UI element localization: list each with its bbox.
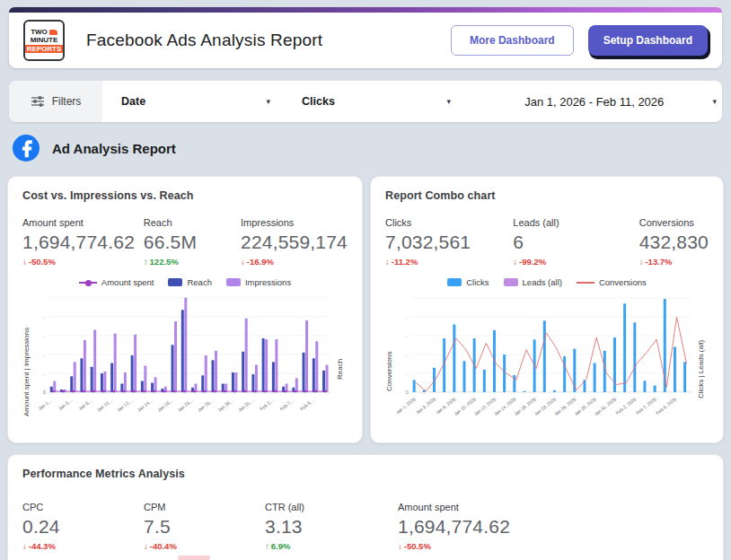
left-axis-title: Amount spent | Impressions [22,291,34,427]
card-title: Cost vs. Impressions vs. Reach [22,189,348,202]
svg-text:…: … [41,334,46,338]
filters-sliders-icon [31,94,45,109]
swatch-icon [226,278,241,286]
page-title: Facebook Ads Analysis Report [86,31,322,50]
grouped-bar-chart: …………0Jan 1,…Jan 3,…Jan 6,…Jan 10,…Jan 12… [34,291,336,427]
kpi-leads: Leads (all) 6 ↓-99.2% [513,217,639,267]
legend-clicks: Clicks [447,277,489,287]
kpi-delta: ↑122.5% [144,257,241,267]
chevron-down-icon: ▾ [266,97,270,106]
legend-reach: Reach [168,277,211,287]
kpi-clicks: Clicks 7,032,561 ↓-11.2% [385,217,513,267]
svg-text:Jan 18,…: Jan 18,… [156,397,175,413]
kpi-delta: ↓-44.3% [22,541,144,551]
right-axis-title: Clicks | Leads (all) [697,291,709,427]
line-marker-icon [79,278,97,286]
svg-text:Jan 3, 2026: Jan 3, 2026 [415,397,437,416]
svg-text:…: … [41,372,46,376]
kpi-delta: ↓-16.9% [241,257,348,267]
svg-text:Feb 2,…: Feb 2,… [259,397,276,412]
svg-text:Jan 1,…: Jan 1,… [37,397,54,411]
kpi-row: Clicks 7,032,561 ↓-11.2% Leads (all) 6 ↓… [385,217,709,267]
svg-text:Feb 7, 2026: Feb 7, 2026 [635,397,657,416]
svg-text:Jan 14,…: Jan 14,… [136,397,154,413]
card-title: Performance Metrics Analysis [22,468,709,480]
chart-area: Conversions …………0Jan 1, 2026Jan 3, 2026J… [385,291,709,427]
logo-line-1: TWO [31,28,48,36]
swatch-icon [447,278,462,286]
svg-text:…: … [41,315,46,319]
legend-amount-spent: Amount spent [79,277,154,287]
kpi-conversions: Conversions 432,830 ↓-13.7% [639,217,709,267]
header-card: TWO MINUTE REPORTS Facebook Ads Analysis… [9,7,722,68]
legend-conversions: Conversions [577,277,647,287]
kpi-delta: ↓-50.5% [22,257,144,267]
svg-text:…: … [41,353,46,357]
left-axis-title: Conversions [385,291,397,427]
chart-legend: Amount spent Reach Impressions [22,277,348,287]
logo-line-3: REPORTS [25,45,64,53]
filters-button[interactable]: Filters [9,81,102,122]
svg-text:Feb 7,…: Feb 7,… [278,397,295,412]
card-title: Report Combo chart [385,189,709,202]
kpi-delta: ↓-11.2% [385,257,513,267]
dimension-select-date[interactable]: Date ▾ [121,81,270,122]
svg-text:0: 0 [406,389,409,395]
legend-leads: Leads (all) [504,277,562,287]
more-dashboard-button[interactable]: More Dashboard [451,25,574,56]
kpi-impressions: Impressions 224,559,174 ↓-16.9% [241,217,348,267]
filters-label: Filters [52,95,82,108]
facebook-icon [13,135,40,162]
swatch-icon [504,278,518,286]
arrow-down-icon: ↓ [639,257,644,267]
kpi-row: Amount spent 1,694,774.62 ↓-50.5% Reach … [22,217,348,267]
kpi-amount-spent: Amount spent 1,694,774.62 ↓-50.5% [22,217,144,267]
arrow-down-icon: ↓ [144,541,148,551]
kpi-amount-spent: Amount spent 1,694,774.62 ↓-50.5% [398,502,510,551]
legend-impressions: Impressions [226,277,291,287]
kpi-delta: ↓-13.7% [639,257,709,267]
svg-text:…: … [404,372,409,376]
section-heading: Ad Analysis Report [13,135,176,162]
cost-impressions-reach-card: Cost vs. Impressions vs. Reach Amount sp… [7,176,363,443]
chart-legend: Clicks Leads (all) Conversions [385,277,709,287]
combo-bar-line-chart: …………0Jan 1, 2026Jan 3, 2026Jan 6, 2026Ja… [397,291,697,427]
svg-text:Jan 6,…: Jan 6,… [77,397,94,411]
svg-text:Feb 2, 2026: Feb 2, 2026 [615,397,638,416]
kpi-reach: Reach 66.5M ↑122.5% [144,217,241,267]
svg-text:Jan 26,…: Jan 26,… [197,397,216,413]
section-title: Ad Analysis Report [52,141,176,156]
kpi-delta: ↓-99.2% [513,257,639,267]
arrow-down-icon: ↓ [398,541,402,551]
kpi-delta: ↑6.9% [265,541,398,551]
kpi-delta: ↓-50.5% [398,541,510,551]
right-axis-title: Reach [336,291,348,427]
svg-text:Jan 28,…: Jan 28,… [216,397,235,413]
date-range-select[interactable]: Jan 1, 2026 - Feb 11, 2026 ▾ [476,81,717,122]
arrow-up-icon: ↑ [265,541,269,551]
arrow-down-icon: ↓ [513,257,517,267]
arrow-down-icon: ↓ [22,541,27,551]
arrow-down-icon: ↓ [241,257,245,267]
logo-line-2: MINUTE [31,36,58,44]
metric-select-clicks[interactable]: Clicks ▾ [302,81,451,122]
setup-dashboard-button[interactable]: Setup Dashboard [588,25,708,56]
kpi-delta: ↓-40.4% [144,541,265,551]
svg-text:Jan 31,…: Jan 31,… [237,397,256,413]
line-marker-icon [577,278,594,286]
svg-text:…: … [404,315,409,319]
clipped-legend-fragment [178,556,210,560]
svg-text:Feb 9, 2026: Feb 9, 2026 [655,397,677,416]
svg-text:Jan 12,…: Jan 12,… [116,397,135,413]
chevron-down-icon: ▾ [712,97,717,106]
metric-select-value: Clicks [302,95,335,108]
arrow-down-icon: ↓ [385,257,390,267]
report-combo-chart-card: Report Combo chart Clicks 7,032,561 ↓-11… [370,176,724,443]
svg-text:Jan 1, 2026: Jan 1, 2026 [397,397,417,416]
filter-bar: Filters Date ▾ Clicks ▾ Jan 1, 2026 - Fe… [9,81,722,122]
svg-text:…: … [404,334,409,338]
date-range-value: Jan 1, 2026 - Feb 11, 2026 [476,95,712,109]
chart-area: Amount spent | Impressions …………0Jan 1,…J… [22,291,348,427]
kpi-cpm: CPM 7.5 ↓-40.4% [144,502,265,551]
svg-text:0: 0 [43,389,46,395]
